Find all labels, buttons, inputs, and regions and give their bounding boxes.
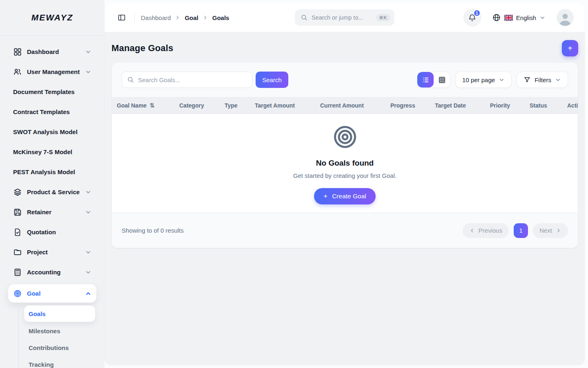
column-target-date: Target Date <box>435 102 490 109</box>
column-status: Status <box>530 102 567 109</box>
sidebar-item-document-templates[interactable]: Document Templates <box>8 84 96 100</box>
layers-icon <box>13 188 22 197</box>
sidebar-item-label: Dashboard <box>27 48 80 56</box>
global-search[interactable]: ⌘K <box>295 9 394 26</box>
notifications-button[interactable]: 1 <box>463 9 481 27</box>
table-header: Goal Name ⇅ Category Type Target Amount … <box>112 97 578 114</box>
previous-page-button[interactable]: Previous <box>463 223 509 238</box>
search-icon <box>127 76 134 83</box>
title-row: Manage Goals + <box>111 40 578 56</box>
language-selector[interactable]: English <box>492 13 546 22</box>
column-priority: Priority <box>490 102 530 109</box>
goals-toolbar: Search 10 per page <box>112 63 578 97</box>
chevron-down-icon <box>85 269 91 276</box>
sidebar-item-dashboard[interactable]: Dashboard <box>8 44 96 60</box>
sidebar-item-label: Project <box>27 248 80 256</box>
sidebar-subitem-goals[interactable]: Goals <box>24 305 95 322</box>
plus-icon: + <box>568 44 572 52</box>
sidebar-item-label: Retainer <box>27 208 80 216</box>
sidebar-item-project[interactable]: Project <box>8 244 96 260</box>
app-root: MEWAYZ Dashboard User Management Documen… <box>0 0 588 368</box>
column-progress: Progress <box>390 102 435 109</box>
column-goal-name[interactable]: Goal Name ⇅ <box>112 102 179 109</box>
chevron-right-icon <box>175 15 180 20</box>
sidebar-nav: Dashboard User Management Document Templ… <box>0 36 105 368</box>
plus-icon: + <box>323 192 327 200</box>
table-grid-icon <box>438 76 446 84</box>
sidebar-item-label: PEST Analysis Model <box>13 168 91 176</box>
page-title: Manage Goals <box>111 43 174 54</box>
per-page-select[interactable]: 10 per page <box>455 72 512 88</box>
sidebar-subitem-tracking[interactable]: Tracking <box>24 357 95 368</box>
column-actions: Actions <box>567 102 578 109</box>
sidebar-item-user-management[interactable]: User Management <box>8 64 96 80</box>
next-page-button[interactable]: Next <box>533 223 568 238</box>
add-goal-button[interactable]: + <box>562 40 578 56</box>
sidebar-item-pest-analysis[interactable]: PEST Analysis Model <box>8 164 96 180</box>
card-footer: Showing to of 0 results Previous 1 Next <box>112 213 578 248</box>
filters-button[interactable]: Filters <box>517 72 568 88</box>
panel-left-icon <box>118 13 126 22</box>
sidebar-item-label: Document Templates <box>13 88 91 96</box>
pagination: Previous 1 Next <box>463 223 568 238</box>
shortcut-badge: ⌘K <box>376 14 390 21</box>
page-content: Manage Goals + Search <box>105 32 585 365</box>
breadcrumb: Dashboard Goal Goals <box>141 14 229 21</box>
empty-state-title: No Goals found <box>112 159 578 168</box>
chevron-down-icon <box>85 49 91 55</box>
target-icon <box>333 125 357 149</box>
goal-submenu: Goals Milestones Contributions Tracking <box>18 305 96 368</box>
sidebar-item-retainer[interactable]: Retainer <box>8 204 96 220</box>
sidebar-item-label: User Management <box>27 68 80 76</box>
view-toggle <box>417 72 450 88</box>
sidebar-item-mckinsey-7s[interactable]: McKinsey 7-S Model <box>8 144 96 160</box>
column-type: Type <box>225 102 255 109</box>
sidebar-item-product-service[interactable]: Product & Service <box>8 184 96 200</box>
save-icon <box>13 208 22 217</box>
column-category: Category <box>179 102 225 109</box>
sort-icon[interactable]: ⇅ <box>149 102 155 109</box>
search-icon <box>301 14 308 21</box>
sidebar-item-quotation[interactable]: Quotation <box>8 224 96 240</box>
page-1-button[interactable]: 1 <box>514 223 528 238</box>
sidebar-item-accounting[interactable]: Accounting <box>8 264 96 280</box>
folder-icon <box>13 248 22 257</box>
chevron-down-icon <box>85 189 91 195</box>
breadcrumb-dashboard[interactable]: Dashboard <box>141 14 171 21</box>
chevron-right-icon <box>556 228 561 233</box>
list-view-button[interactable] <box>417 72 434 88</box>
calculator-icon <box>13 268 22 277</box>
subitem-label: Contributions <box>29 344 69 351</box>
results-summary: Showing to of 0 results <box>122 227 184 234</box>
breadcrumb-goal[interactable]: Goal <box>185 14 198 21</box>
list-icon <box>422 76 430 84</box>
goals-search-input[interactable] <box>138 76 247 83</box>
sidebar-item-label: Goal <box>27 289 80 298</box>
sidebar-item-goal[interactable]: Goal <box>8 284 96 303</box>
sidebar-item-label: Quotation <box>27 228 91 236</box>
breadcrumb-goals[interactable]: Goals <box>212 14 229 21</box>
avatar[interactable] <box>556 9 574 27</box>
sidebar-item-contract-templates[interactable]: Contract Templates <box>8 104 96 120</box>
globe-icon <box>492 13 501 22</box>
filter-icon <box>523 76 531 83</box>
sidebar-item-label: McKinsey 7-S Model <box>13 148 91 156</box>
sidebar-item-label: SWOT Analysis Model <box>13 128 91 136</box>
user-silhouette-icon <box>558 12 572 26</box>
chevron-down-icon <box>85 249 91 256</box>
sidebar-toggle-button[interactable] <box>115 11 128 24</box>
grid-view-button[interactable] <box>434 72 450 88</box>
goals-search-field[interactable] <box>122 72 252 88</box>
users-icon <box>13 67 22 76</box>
next-label: Next <box>539 227 552 234</box>
sidebar-subitem-milestones[interactable]: Milestones <box>24 323 95 339</box>
global-search-input[interactable] <box>312 14 372 21</box>
sidebar-item-swot-analysis[interactable]: SWOT Analysis Model <box>8 124 96 140</box>
search-button[interactable]: Search <box>256 72 288 88</box>
sidebar-subitem-contributions[interactable]: Contributions <box>24 340 95 355</box>
filters-label: Filters <box>535 76 551 83</box>
column-current-amount: Current Amount <box>320 102 390 109</box>
sidebar-item-label: Contract Templates <box>13 108 91 116</box>
chevron-down-icon <box>499 77 505 83</box>
create-goal-button[interactable]: + Create Goal <box>314 188 376 204</box>
